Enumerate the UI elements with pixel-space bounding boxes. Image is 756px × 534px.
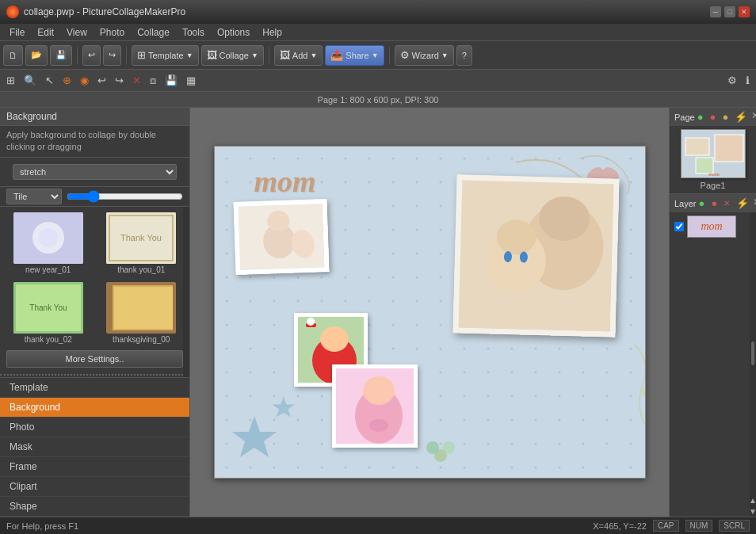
tb2-zoom-in[interactable]: 🔍 xyxy=(21,72,40,90)
window-controls: ─ □ ✕ xyxy=(710,6,750,17)
nav-frame[interactable]: Frame xyxy=(0,457,189,477)
tb2-pages[interactable]: ▦ xyxy=(183,72,199,90)
menu-file[interactable]: File xyxy=(3,25,31,40)
menu-view[interactable]: View xyxy=(60,25,94,40)
tile-slider[interactable] xyxy=(67,190,183,203)
panel-desc-text: Apply background to collage by double cl… xyxy=(6,130,156,151)
menu-help[interactable]: Help xyxy=(256,25,288,40)
photo-frame-4[interactable] xyxy=(332,364,418,448)
thumb-new-year-01[interactable]: new year_01 xyxy=(3,210,94,277)
page-thumbnail[interactable]: mom xyxy=(681,129,746,178)
save-button[interactable]: 💾 xyxy=(50,45,72,66)
page-panel-title: Page xyxy=(674,113,695,122)
template-button[interactable]: ⊞ Template ▼ xyxy=(132,45,199,66)
redo-button[interactable]: ↪ xyxy=(103,45,121,66)
share-dropdown-icon: ▼ xyxy=(372,51,379,59)
right-panel: Page ● ● ● ⚡ ✕ mom xyxy=(669,108,756,517)
page-add-btn[interactable]: ● xyxy=(695,110,706,124)
new-button[interactable]: 🗋 xyxy=(3,45,23,66)
page-settings-btn[interactable]: ● xyxy=(720,110,731,124)
page-panel-close[interactable]: ✕ xyxy=(751,110,756,124)
photo-frame-1[interactable] xyxy=(233,199,329,275)
help-text: For Help, press F1 xyxy=(6,521,78,531)
undo-button[interactable]: ↩ xyxy=(82,45,101,66)
add-button[interactable]: 🖼 Add ▼ xyxy=(274,45,323,66)
separator3 xyxy=(269,47,269,64)
minimize-button[interactable]: ─ xyxy=(710,6,721,17)
share-icon: 📤 xyxy=(330,49,343,61)
thumb-thank-you-01[interactable]: Thank You thank you_01 xyxy=(97,210,187,277)
add-icon: 🖼 xyxy=(280,49,290,61)
layer-panel-close[interactable]: ✕ xyxy=(753,196,756,210)
svg-text:Thank You: Thank You xyxy=(120,233,162,242)
layer-visibility-cb[interactable] xyxy=(674,222,684,231)
collage-button[interactable]: 🖼 Collage ▼ xyxy=(201,45,264,66)
separator2 xyxy=(126,47,127,64)
tb2-grid[interactable]: ⧈ xyxy=(147,72,159,90)
page-lightning-btn[interactable]: ⚡ xyxy=(732,110,750,124)
add-dropdown-icon: ▼ xyxy=(310,51,317,59)
layer-remove-btn[interactable]: ● xyxy=(708,196,720,210)
more-settings-button[interactable]: More Settings.. xyxy=(6,350,183,368)
wizard-button[interactable]: ⚙ Wizard ▼ xyxy=(395,45,454,66)
coordinates: X=465, Y=-22 xyxy=(593,521,647,531)
nav-photo[interactable]: Photo xyxy=(0,418,189,437)
tb2-zoom-fit[interactable]: ⊞ xyxy=(3,72,18,90)
stretch-select[interactable]: stretch tile center fit xyxy=(13,164,177,180)
help-button[interactable]: ? xyxy=(456,45,472,66)
share-button[interactable]: 📤 Share ▼ xyxy=(325,45,384,66)
layer-delete-btn[interactable]: ✕ xyxy=(721,196,732,210)
tb2-circle[interactable]: ◉ xyxy=(77,72,92,90)
thumb-thanksgiving-00[interactable]: thanksgiving_00 xyxy=(97,280,187,345)
layer-lightning-btn[interactable]: ⚡ xyxy=(734,196,751,210)
layer-item-mom[interactable]: mom xyxy=(671,214,754,239)
thumb-thank-you-02[interactable]: Thank You thank you_02 xyxy=(3,280,94,345)
thumbnail-grid: new year_01 Thank You thank you_01 xyxy=(3,210,186,345)
page-panel: Page ● ● ● ⚡ ✕ mom xyxy=(670,108,756,194)
tb2-rotate-right[interactable]: ↪ xyxy=(112,72,127,90)
template-dropdown-icon: ▼ xyxy=(186,51,193,59)
open-button[interactable]: 📂 xyxy=(25,45,48,66)
layer-preview-mom: mom xyxy=(687,216,736,238)
tb2-rotate-left[interactable]: ↩ xyxy=(94,72,109,90)
menu-photo[interactable]: Photo xyxy=(94,25,131,40)
panel-header: Background xyxy=(0,108,189,126)
close-button[interactable]: ✕ xyxy=(739,6,750,17)
page-info-bar: Page 1: 800 x 600 px, DPI: 300 xyxy=(0,92,756,108)
maximize-button[interactable]: □ xyxy=(724,6,735,17)
page-label: Page1 xyxy=(701,181,726,190)
nav-template[interactable]: Template xyxy=(0,378,189,398)
redo-icon: ↪ xyxy=(109,50,116,60)
tb2-pointer[interactable]: ↖ xyxy=(42,72,57,90)
page-remove-btn[interactable]: ● xyxy=(708,110,719,124)
secondary-toolbar: ⊞ 🔍 ↖ ⊕ ◉ ↩ ↪ ✕ ⧈ 💾 ▦ ⚙ ℹ xyxy=(0,70,756,92)
wizard-dropdown-icon: ▼ xyxy=(441,51,449,59)
nav-shape[interactable]: Shape xyxy=(0,497,189,517)
tb2-add-circle[interactable]: ⊕ xyxy=(59,72,74,90)
left-panel: Background Apply background to collage b… xyxy=(0,108,190,517)
nav-clipart[interactable]: Clipart xyxy=(0,477,189,497)
collage-canvas[interactable]: mom xyxy=(214,146,646,479)
tb2-settings[interactable]: ⚙ xyxy=(724,72,740,90)
svg-point-41 xyxy=(320,326,349,352)
nav-mask[interactable]: Mask xyxy=(0,437,189,457)
tile-select[interactable]: Tile No Tile xyxy=(6,189,62,204)
svg-point-43 xyxy=(307,318,315,326)
tb2-info[interactable]: ℹ xyxy=(743,72,753,90)
open-icon: 📂 xyxy=(31,50,42,60)
tb2-delete[interactable]: ✕ xyxy=(129,72,144,90)
photo-frame-2[interactable] xyxy=(452,174,619,337)
menu-tools[interactable]: Tools xyxy=(176,25,211,40)
menu-collage[interactable]: Collage xyxy=(131,25,176,40)
thumb-img-thank-you-1: Thank You xyxy=(106,212,176,264)
menu-options[interactable]: Options xyxy=(211,25,256,40)
tb2-save2[interactable]: 💾 xyxy=(162,72,181,90)
layer-add-btn[interactable]: ● xyxy=(697,196,708,210)
app-icon xyxy=(6,6,19,18)
nav-background[interactable]: Background xyxy=(0,398,189,418)
svg-point-46 xyxy=(363,376,395,405)
undo-icon: ↩ xyxy=(88,50,95,60)
svg-rect-10 xyxy=(114,287,173,329)
menu-edit[interactable]: Edit xyxy=(31,25,60,40)
help-icon: ? xyxy=(462,51,467,60)
